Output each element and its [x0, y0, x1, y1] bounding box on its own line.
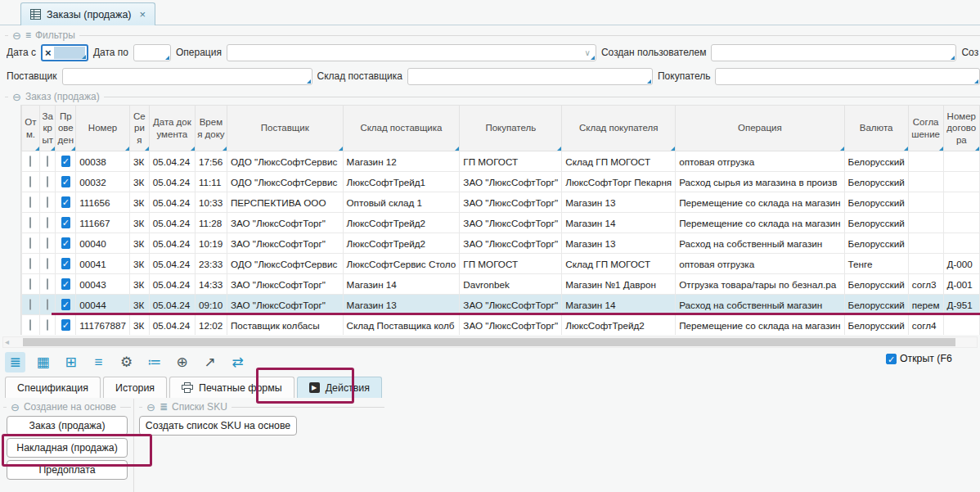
open-f6-checkbox[interactable]: ✓ Открыт (F6	[886, 353, 952, 364]
horizontal-scrollbar[interactable]: ◂	[2, 336, 978, 348]
column-header-buyer[interactable]: Покупатель	[460, 106, 562, 151]
column-header-number[interactable]: Номер	[76, 106, 130, 151]
table-row[interactable]: ✓1117678873К05.04.2412:02Поставщик колба…	[22, 315, 980, 336]
mark-checkbox[interactable]	[29, 217, 31, 228]
column-header-supplier[interactable]: Поставщик	[227, 106, 343, 151]
closed-checkbox[interactable]	[47, 258, 48, 269]
create-button-3[interactable]: Предоплата	[7, 460, 128, 480]
posted-checkbox[interactable]: ✓	[61, 196, 70, 208]
column-header-series[interactable]: Серия	[129, 106, 149, 151]
buyer-field[interactable]	[715, 68, 980, 85]
cell-buyer_wh: Склад ГП МОГОСТ	[562, 151, 676, 172]
cell-supplier_wh: ЛюксСофтТрейд2	[343, 233, 460, 254]
collapse-icon[interactable]: ⊖	[12, 30, 21, 41]
collapse-icon[interactable]: ⊖	[11, 402, 20, 413]
filter-icon[interactable]: ≡	[88, 352, 109, 372]
cell-date: 05.04.24	[149, 274, 195, 295]
supplier-field[interactable]	[62, 68, 312, 85]
cell-mark	[22, 274, 40, 295]
closed-checkbox[interactable]	[47, 278, 48, 290]
column-header-currency[interactable]: Валюта	[844, 106, 908, 151]
date-to-field[interactable]	[133, 44, 171, 61]
posted-checkbox[interactable]: ✓	[61, 237, 70, 249]
cell-contract	[943, 192, 979, 213]
operation-combobox[interactable]: ∨	[227, 44, 596, 61]
mark-checkbox[interactable]	[29, 237, 31, 249]
table-row[interactable]: ✓000413К05.04.2423:33ОДО "ЛюксСофтСервис…	[22, 254, 980, 274]
posted-checkbox[interactable]: ✓	[61, 319, 70, 331]
column-header-buyer_wh[interactable]: Склад покупателя	[562, 106, 676, 151]
posted-checkbox[interactable]: ✓	[61, 176, 70, 187]
mark-checkbox[interactable]	[29, 319, 31, 331]
created-by-label: Создан пользователем	[601, 47, 707, 58]
scroll-left-arrow-icon[interactable]: ◂	[5, 337, 9, 347]
close-icon[interactable]: ×	[140, 9, 146, 20]
numbered-list-icon[interactable]: ≔	[144, 352, 164, 372]
tab-play-действия[interactable]: ▶Действия	[297, 377, 382, 398]
mark-checkbox[interactable]	[29, 176, 31, 187]
calendar-add-icon[interactable]: ⊞	[61, 352, 81, 372]
text-selection	[54, 47, 85, 59]
table-row[interactable]: ✓1116563К05.04.2410:33ПЕРСПЕКТИВА ООООпт…	[22, 192, 980, 213]
table-row[interactable]: ✓000433К05.04.2414:33ЗАО "ЛюксСофтТорг"М…	[22, 274, 980, 295]
closed-checkbox[interactable]	[47, 319, 48, 331]
tab-orders-sales[interactable]: Заказы (продажа) ×	[20, 2, 155, 25]
create-button-1[interactable]: Заказ (продажа)	[7, 416, 128, 436]
posted-checkbox[interactable]: ✓	[61, 156, 70, 167]
cell-series: 3К	[129, 254, 149, 274]
collapse-icon[interactable]: ⊖	[12, 92, 21, 102]
posted-checkbox[interactable]: ✓	[61, 258, 70, 269]
posted-checkbox[interactable]: ✓	[61, 217, 70, 228]
column-header-mark[interactable]: Отм.	[22, 106, 40, 151]
posted-checkbox[interactable]: ✓	[61, 299, 70, 310]
cell-agreement	[908, 233, 943, 254]
table-row[interactable]: ✓000323К05.04.2411:11ОДО "ЛюксСофтСервис…	[22, 172, 980, 192]
closed-checkbox[interactable]	[47, 237, 48, 249]
mark-checkbox[interactable]	[29, 156, 31, 167]
scrollbar-thumb[interactable]	[23, 338, 955, 346]
supplier-warehouse-field[interactable]	[407, 68, 653, 85]
closed-checkbox[interactable]	[47, 299, 48, 310]
settings-gear-icon[interactable]: ⚙	[116, 352, 137, 372]
table-row[interactable]: ✓1116673К05.04.2411:28ЗАО "ЛюксСофтТорг"…	[22, 213, 980, 233]
clear-icon[interactable]: ×	[43, 47, 54, 59]
column-header-time[interactable]: Время доку	[195, 106, 227, 151]
closed-checkbox[interactable]	[47, 217, 48, 228]
column-header-contract[interactable]: Номер договора	[943, 106, 979, 151]
cell-currency: Белорусский	[844, 233, 908, 254]
column-header-agreement[interactable]: Соглашение	[908, 106, 943, 151]
mark-checkbox[interactable]	[29, 278, 31, 290]
tab-plain-спецификация[interactable]: Спецификация	[5, 377, 101, 398]
tab-label: Действия	[326, 382, 370, 394]
table-grid-icon[interactable]: ▦	[33, 352, 53, 372]
column-header-date[interactable]: Дата документа	[149, 106, 195, 151]
table-row[interactable]: ✓000443К05.04.2409:10ЗАО "ЛюксСофтТорг"М…	[22, 295, 980, 315]
column-header-operation[interactable]: Операция	[676, 106, 844, 151]
tab-printer-печатные-формы[interactable]: Печатные формы	[169, 377, 294, 398]
column-header-supplier_wh[interactable]: Склад поставщика	[343, 106, 460, 151]
closed-checkbox[interactable]	[47, 196, 48, 208]
tab-plain-история[interactable]: История	[103, 377, 167, 398]
closed-checkbox[interactable]	[47, 176, 48, 187]
column-header-closed[interactable]: Закрыт	[39, 106, 56, 151]
create-button-2[interactable]: Накладная (продажа)	[7, 438, 128, 458]
mark-checkbox[interactable]	[29, 258, 31, 269]
column-header-posted[interactable]: Проведен	[56, 106, 76, 151]
view-list-icon[interactable]: ≣	[5, 352, 25, 372]
sku-button-1[interactable]: Создать список SKU на основе	[139, 416, 297, 436]
created-by-field[interactable]	[711, 44, 956, 61]
posted-checkbox[interactable]: ✓	[61, 278, 70, 290]
closed-checkbox[interactable]	[47, 156, 48, 167]
collapse-icon[interactable]: ⊖	[146, 402, 155, 413]
date-from-field[interactable]: ×	[41, 44, 88, 61]
cell-closed	[39, 315, 56, 336]
table-row[interactable]: ✓000383К05.04.2417:56ОДО "ЛюксСофтСервис…	[22, 151, 980, 172]
refresh-icon[interactable]: ⇄	[227, 352, 248, 372]
checkbox-checked-icon[interactable]: ✓	[886, 354, 897, 364]
table-row[interactable]: ✓000403К05.04.2410:19ЗАО "ЛюксСофтТорг"Л…	[22, 233, 980, 254]
cell-date: 05.04.24	[149, 192, 195, 213]
open-external-icon[interactable]: ↗	[200, 352, 220, 372]
add-row-icon[interactable]: ⊕	[172, 352, 192, 372]
mark-checkbox[interactable]	[29, 196, 31, 208]
mark-checkbox[interactable]	[29, 299, 31, 310]
